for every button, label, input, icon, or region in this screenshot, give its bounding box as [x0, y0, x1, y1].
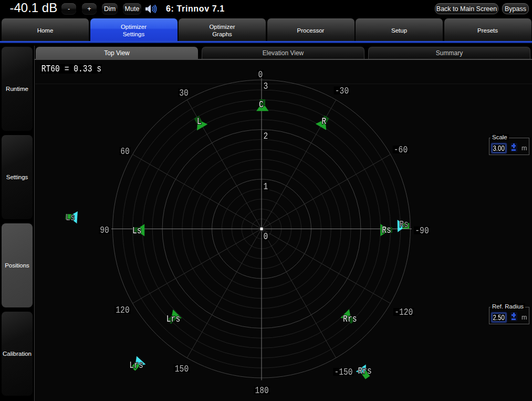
svg-text:Rs: Rs [382, 225, 391, 236]
svg-text:-150: -150 [334, 367, 352, 378]
svg-text:Rrs: Rrs [358, 366, 371, 377]
svg-text:2: 2 [264, 130, 268, 141]
svg-text:Rrs: Rrs [343, 313, 357, 324]
svg-text:-30: -30 [335, 85, 349, 96]
svg-text:30: 30 [179, 87, 189, 98]
svg-text:R: R [321, 116, 326, 127]
svg-text:C: C [259, 99, 264, 110]
svg-text:180: 180 [255, 385, 269, 396]
svg-text:Ls: Ls [132, 225, 142, 236]
svg-text:150: 150 [175, 363, 189, 374]
svg-text:Rs: Rs [399, 219, 409, 230]
svg-text:90: 90 [100, 225, 109, 236]
svg-text:Lrs: Lrs [129, 359, 143, 371]
svg-text:60: 60 [120, 146, 130, 157]
svg-text:0: 0 [258, 69, 263, 80]
svg-text:120: 120 [116, 305, 129, 316]
svg-text:3: 3 [264, 80, 268, 91]
svg-text:-60: -60 [394, 145, 408, 156]
svg-text:L: L [197, 116, 202, 127]
svg-text:0: 0 [264, 231, 268, 242]
svg-text:1: 1 [264, 181, 268, 192]
svg-text:Ls: Ls [66, 212, 75, 223]
svg-text:-120: -120 [394, 307, 413, 318]
svg-text:-90: -90 [415, 225, 429, 237]
svg-text:Lrs: Lrs [166, 314, 180, 325]
